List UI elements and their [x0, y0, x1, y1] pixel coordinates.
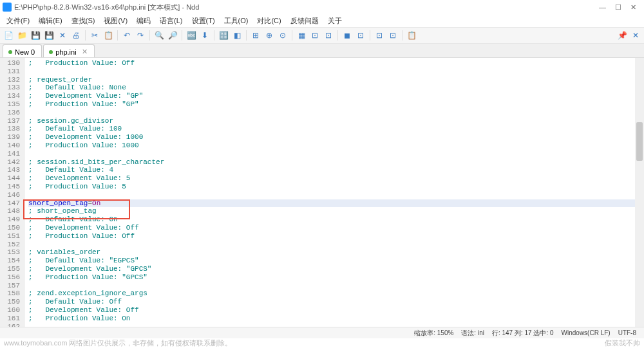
code-line[interactable]	[28, 241, 644, 249]
toolbar-button-0[interactable]: 📄	[3, 30, 14, 41]
code-line[interactable]: ; zend.exception_ignore_args	[28, 289, 644, 298]
toolbar-button-34[interactable]: ⊡	[387, 30, 399, 41]
line-number: 133	[0, 84, 20, 92]
menu-about[interactable]: 关于	[324, 15, 346, 27]
line-number: 142	[0, 158, 20, 167]
code-line[interactable]: ; Development Value: 5	[28, 174, 644, 183]
toolbar-button-1[interactable]: 📁	[16, 30, 28, 41]
menu-edit[interactable]: 编辑(E)	[35, 15, 66, 27]
code-line[interactable]: ; Production Value: Off	[28, 59, 644, 68]
code-line[interactable]	[28, 68, 644, 76]
toolbar-button-16[interactable]: 🔤	[185, 30, 197, 41]
code-line[interactable]	[28, 109, 644, 117]
menu-encoding[interactable]: 编码	[133, 15, 155, 27]
menu-find[interactable]: 查找(S)	[68, 15, 99, 27]
line-gutter: 1301311321331341351361371381391401411421…	[0, 58, 24, 338]
toolbar-button-26[interactable]: ▦	[296, 30, 307, 41]
toolbar-button-17[interactable]: ⬇	[199, 30, 211, 41]
toolbar-button-23[interactable]: ⊕	[263, 30, 275, 41]
tab-phpini[interactable]: php.ini ✕	[43, 44, 94, 57]
toolbar-button-13[interactable]: 🔍	[153, 30, 165, 41]
toolbar-button-2[interactable]: 💾	[30, 30, 41, 41]
code-line[interactable]: ; Production Value: 5	[28, 183, 644, 191]
code-line[interactable]: ; Development Value: "GP"	[28, 92, 644, 100]
toolbar-button-24[interactable]: ⊙	[277, 30, 289, 41]
code-line[interactable]: ; Production Value: "GP"	[28, 100, 644, 109]
window-title: E:\PHP\php-8.2.8-Win32-vs16-x64\php.ini …	[14, 3, 599, 12]
code-line[interactable]: ; Default Value: 100	[28, 125, 644, 133]
code-line[interactable]: ; Production Value: 1000	[28, 142, 644, 150]
code-line[interactable]: ; session.sid_bits_per_character	[28, 158, 644, 167]
toolbar-button-11[interactable]: ↷	[135, 30, 146, 41]
toolbar-button-3[interactable]: 💾	[43, 30, 55, 41]
toolbar-button-7[interactable]: ✂	[89, 30, 100, 41]
toolbar-button-14[interactable]: 🔎	[167, 30, 178, 41]
pin-icon[interactable]: 📌	[616, 30, 628, 41]
menu-compare[interactable]: 对比(C)	[253, 15, 285, 27]
maximize-button[interactable]: ☐	[615, 3, 621, 12]
tab-close-icon[interactable]: ✕	[82, 48, 88, 56]
tab-label: php.ini	[55, 48, 76, 56]
code-line[interactable]: ; Default Value: Off	[28, 298, 644, 306]
code-line[interactable]: ; Default Value: "EGPCS"	[28, 257, 644, 265]
toolbar-button-5[interactable]: 🖨	[70, 30, 82, 41]
toolbar-separator	[85, 30, 86, 41]
code-line[interactable]	[28, 191, 644, 199]
menu-view[interactable]: 视图(V)	[100, 15, 131, 27]
tab-new0[interactable]: New 0	[3, 44, 42, 57]
toolbar-button-30[interactable]: ◼	[341, 30, 353, 41]
toolbar-button-22[interactable]: ⊞	[250, 30, 261, 41]
code-area[interactable]: ; Production Value: Off ; request_order;…	[24, 58, 644, 338]
code-line[interactable]: ; Development Value: Off	[28, 224, 644, 232]
line-number: 146	[0, 191, 20, 199]
toolbar-button-31[interactable]: ⊡	[355, 30, 366, 41]
line-number: 131	[0, 68, 20, 76]
menu-settings[interactable]: 设置(T)	[188, 15, 219, 27]
toolbar-button-4[interactable]: ✕	[57, 30, 68, 41]
line-number: 161	[0, 315, 20, 323]
vertical-scrollbar[interactable]	[635, 58, 644, 338]
toolbar-button-27[interactable]: ⊡	[309, 30, 321, 41]
code-line[interactable]: ; session.gc_divisor	[28, 117, 644, 125]
line-number: 157	[0, 282, 20, 290]
code-line[interactable]: ; Development Value: "GPCS"	[28, 265, 644, 273]
status-syntax: 语法: ini	[457, 329, 488, 338]
line-number: 143	[0, 166, 20, 174]
menu-file[interactable]: 文件(F)	[3, 15, 33, 27]
toolbar-button-20[interactable]: ◧	[231, 30, 243, 41]
minimize-button[interactable]: —	[599, 3, 606, 12]
code-line[interactable]: ; request_order	[28, 76, 644, 84]
menu-feedback[interactable]: 反馈问题	[287, 15, 323, 27]
code-line[interactable]: ; Default Value: 4	[28, 166, 644, 174]
toolbar-button-8[interactable]: 📋	[102, 30, 114, 41]
code-line[interactable]: ; Production Value: Off	[28, 232, 644, 241]
code-line[interactable]: ; Default Value: On	[28, 215, 644, 224]
menu-language[interactable]: 语言(L)	[156, 15, 186, 27]
code-line[interactable]: ; Default Value: None	[28, 84, 644, 92]
toolbar-separator	[117, 30, 118, 41]
close-button[interactable]: ✕	[630, 3, 636, 12]
code-line[interactable]: short_open_tag=On	[28, 199, 644, 208]
toolbar-button-33[interactable]: ⊡	[374, 30, 385, 41]
toolbar-button-36[interactable]: 📋	[406, 30, 417, 41]
watermark-right: 假装我不帅	[605, 338, 640, 348]
editor[interactable]: 1301311321331341351361371381391401411421…	[0, 58, 644, 338]
code-line[interactable]	[28, 282, 644, 290]
code-line[interactable]: ; Production Value: On	[28, 315, 644, 323]
toolbar-button-19[interactable]: 🔠	[218, 30, 229, 41]
code-line[interactable]: ; Development Value: 1000	[28, 133, 644, 142]
line-number: 135	[0, 100, 20, 109]
toolbar-button-10[interactable]: ↶	[121, 30, 133, 41]
line-number: 156	[0, 273, 20, 282]
line-number: 153	[0, 248, 20, 257]
toolbar-button-28[interactable]: ⊡	[323, 30, 334, 41]
code-line[interactable]: ; variables_order	[28, 248, 644, 257]
toolbar-close-icon[interactable]: ✕	[630, 30, 641, 41]
scrollbar-thumb[interactable]	[636, 122, 643, 161]
code-line[interactable]: ; Production Value: "GPCS"	[28, 273, 644, 282]
code-line[interactable]: ; short_open_tag	[28, 207, 644, 215]
toolbar-separator	[149, 30, 150, 41]
code-line[interactable]: ; Development Value: Off	[28, 306, 644, 315]
code-line[interactable]	[28, 150, 644, 158]
menu-tools[interactable]: 工具(O)	[220, 15, 252, 27]
